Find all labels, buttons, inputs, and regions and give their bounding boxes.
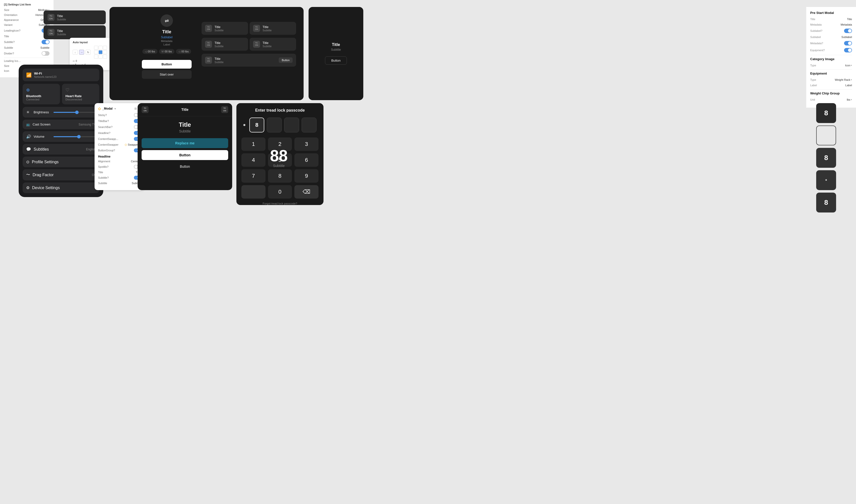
ml-title-2: Title xyxy=(262,25,272,29)
mc-subtitle-q-row: Subtitle? xyxy=(98,176,141,180)
key-7[interactable]: 7 xyxy=(241,169,266,183)
al-right-btn[interactable]: → xyxy=(79,50,84,55)
auto-layout-arrows[interactable]: ↓ → ↻ xyxy=(73,46,112,59)
side-tiles: 8 8 · 8 xyxy=(816,103,836,213)
key-8[interactable]: 8 xyxy=(268,169,292,183)
auto-layout-title: Auto layout xyxy=(73,41,112,44)
type-rack-value[interactable]: Weight Rack xyxy=(835,78,852,81)
key-3[interactable]: 3 xyxy=(294,138,319,151)
wifi-row[interactable]: 📶 Wi-Fi Network-name123 xyxy=(23,69,99,81)
rdp-title: Title xyxy=(332,42,340,47)
category-image-title: Category Image xyxy=(810,57,852,61)
al-grid xyxy=(94,46,107,59)
appearance-label: Appearance xyxy=(4,18,19,21)
key-1[interactable]: 1 xyxy=(241,138,266,151)
mcd-replace-btn[interactable]: Replace me xyxy=(141,138,228,148)
sublabel-toggle[interactable] xyxy=(844,29,852,33)
al-wrap-btn[interactable]: ↻ xyxy=(86,50,90,55)
list-item-1-icon: TCON xyxy=(48,14,54,21)
size-row: Size Medium xyxy=(4,8,50,12)
main-primary-btn[interactable]: Button xyxy=(142,60,192,69)
equipment-toggle[interactable] xyxy=(844,48,852,52)
subtitles-icon: 💬 xyxy=(26,147,31,151)
ml-sub-4: Subtitle xyxy=(262,45,272,48)
sr-title-row: Title Title xyxy=(810,18,852,21)
heart-rate-label: Heart Rate xyxy=(66,94,96,98)
al-down-btn[interactable]: ↓ xyxy=(73,50,78,55)
size-icon-label: Size xyxy=(4,65,9,67)
big-number: 88 xyxy=(270,148,288,164)
leading-icon-section: Leading Ico… xyxy=(4,59,50,62)
cast-row[interactable]: 📺 Cast Screen Samsung TV xyxy=(23,120,99,129)
key-4[interactable]: 4 xyxy=(241,153,266,167)
brightness-row[interactable]: ☀ Brightness xyxy=(23,107,99,118)
key-9[interactable]: 9 xyxy=(294,169,319,183)
passcode-digit-3 xyxy=(284,118,299,132)
main-secondary-btn[interactable]: Start over xyxy=(142,70,192,79)
volume-track[interactable] xyxy=(53,136,96,137)
leading-ico-label: Leading Ico… xyxy=(4,59,21,62)
size-label: Size xyxy=(4,8,9,12)
ml-icon-4: TCON xyxy=(253,41,260,48)
settings-right-panel: Pre Start Modal Title Title Metadata Met… xyxy=(806,7,856,108)
passcode-title: Enter tread lock passcode xyxy=(241,108,319,112)
profile-row[interactable]: ⊙ Profile Settings xyxy=(23,157,99,167)
button-group-row: ButtonGroup? xyxy=(98,148,141,152)
ml-item-1: TCON Title Subtitle xyxy=(202,22,248,35)
sr-type-icon-row: Type Icon xyxy=(810,64,852,67)
mcd-body: Title Subtitle Replace me Button Button xyxy=(138,116,232,176)
key-backspace[interactable]: ⌫ xyxy=(294,185,319,199)
mc-title-row: Title Title xyxy=(98,171,141,174)
divider-toggle[interactable] xyxy=(41,51,50,56)
mc-grid-btn[interactable]: ⊞ xyxy=(134,107,137,110)
ml-btn-5[interactable]: Button xyxy=(279,57,293,63)
list-item-2-title: Title xyxy=(57,29,66,33)
mcd-right-icon: TCON xyxy=(221,106,228,113)
bluetooth-status: Connected xyxy=(26,98,56,101)
mc-subtitle-row: Subtitle Subtitle xyxy=(98,182,141,185)
mcd-ghost-btn[interactable]: Button xyxy=(141,162,228,171)
heart-rate-icon: ♡ xyxy=(66,87,96,93)
metadata-toggle[interactable] xyxy=(844,41,852,46)
sr-equipment-q-row: Equipment? xyxy=(810,48,852,52)
sr-sublabel-row: Sublabel Sublabel xyxy=(810,36,852,38)
bluetooth-tile[interactable]: ⊕ Bluetooth Connected xyxy=(23,84,60,104)
side-tile-5: 8 xyxy=(816,193,836,213)
list-item-2-icon: TCON xyxy=(48,29,54,36)
forgot-passcode[interactable]: Forgot tread lock passcode? xyxy=(241,202,319,205)
rdp-subtitle: Subtitle xyxy=(331,48,341,51)
volume-row[interactable]: 🔊 Volume xyxy=(23,131,99,142)
unit-value[interactable]: lbs xyxy=(847,98,852,101)
mcd-primary-btn[interactable]: Button xyxy=(141,150,228,160)
main-panel-left: ⇌ Title Sublabel Metadata Label ◁00 lbs … xyxy=(142,14,192,79)
key-6[interactable]: 6 xyxy=(294,153,319,167)
sr-metadata-row: Metadata Metadata xyxy=(810,23,852,26)
ml-sub-5: Subtitle xyxy=(215,61,224,64)
right-dark-panel: Title Subtitle Button xyxy=(309,7,363,100)
wifi-icon: 📶 xyxy=(26,72,32,78)
type-icon-value[interactable]: Icon xyxy=(845,64,852,67)
subtitle-toggle[interactable] xyxy=(41,40,50,44)
brightness-track[interactable] xyxy=(53,112,96,113)
drag-factor-row[interactable]: 〜 Drag Factor Off xyxy=(23,169,99,180)
side-tile-2 xyxy=(816,126,836,145)
cast-icon: 📺 xyxy=(26,123,30,126)
subtitle-value: Subtitle xyxy=(40,46,50,49)
headline-row: Headline? xyxy=(98,131,141,135)
subtitles-row[interactable]: 💬 Subtitles English xyxy=(23,144,99,155)
passcode-digit-1: 8 xyxy=(249,118,264,132)
subtitle-toggle-row: Subtitle? xyxy=(4,40,50,44)
content-swapp-row: ContentSwapp... xyxy=(98,137,141,141)
title-label-left: Title xyxy=(4,35,9,38)
subtitle-label: Subtitle xyxy=(4,46,13,49)
profile-icon: ⊙ xyxy=(26,160,29,164)
device-settings-row[interactable]: ⚙ Device Settings xyxy=(23,182,99,193)
sticky-row: Sticky? xyxy=(98,113,141,117)
rdp-button[interactable]: Button xyxy=(325,56,347,65)
list-grid: TCON Title Subtitle TCON Title Subtitle xyxy=(202,22,296,52)
control-grid: ⊕ Bluetooth Connected ♡ Heart Rate Disco… xyxy=(23,84,99,104)
list-item-2-subtitle: Subtitle xyxy=(57,33,66,36)
heart-rate-tile[interactable]: ♡ Heart Rate Disconnected xyxy=(62,84,99,104)
key-0[interactable]: 0 xyxy=(268,185,292,199)
mc-header: ◇ _Modal ▾ ⊞ ··· xyxy=(98,107,141,111)
